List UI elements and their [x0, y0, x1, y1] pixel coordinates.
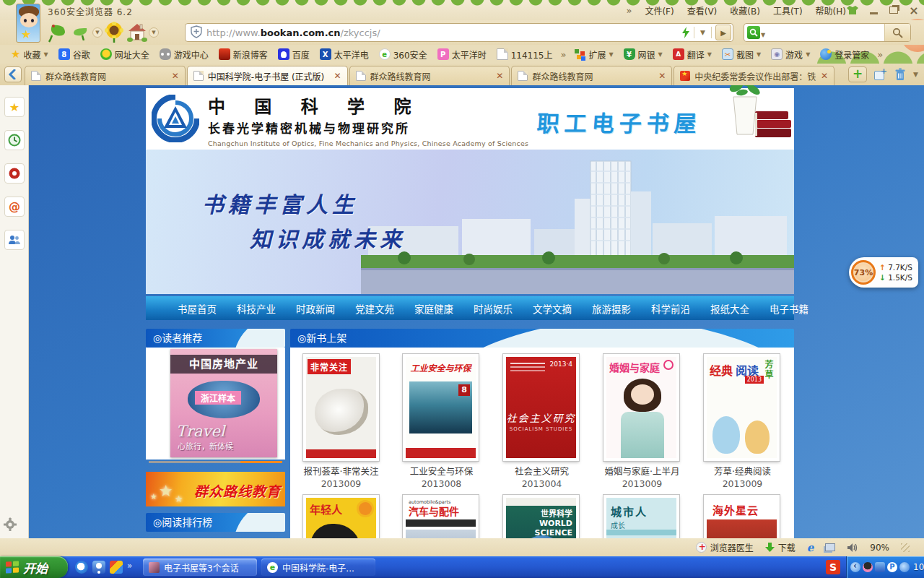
taskbar-button-chat-sessions[interactable]: 电子书屋等3个会话: [143, 558, 257, 576]
windows-stack-icon[interactable]: [825, 543, 835, 551]
tab-4[interactable]: 群众路线教育网 ✕: [511, 66, 672, 85]
favorites-overflow-icon[interactable]: »: [557, 49, 569, 60]
tab-close-icon[interactable]: ✕: [821, 71, 828, 81]
speaker-icon[interactable]: [847, 543, 858, 553]
tab-3[interactable]: 群众路线教育网 ✕: [349, 66, 510, 85]
back-button[interactable]: [46, 22, 68, 45]
user-avatar[interactable]: ★: [16, 4, 40, 43]
sidebar-settings-gear-icon[interactable]: [3, 517, 17, 534]
search-box[interactable]: ▼: [744, 23, 911, 42]
search-button[interactable]: [884, 24, 910, 41]
favorites-right-overflow-icon[interactable]: »: [874, 49, 886, 60]
games-button[interactable]: ◉游戏▼: [766, 47, 815, 62]
download-button[interactable]: 下载: [765, 541, 796, 553]
tab-1[interactable]: 群众路线教育网 ✕: [25, 66, 186, 85]
nav-health[interactable]: 家庭健康: [404, 301, 463, 316]
nav-ebooks[interactable]: 电子书籍: [759, 301, 819, 316]
refresh-button[interactable]: [104, 22, 124, 46]
magazine-label[interactable]: 工业安全与环保2013008: [391, 465, 492, 490]
history-dropdown-icon[interactable]: ▼: [92, 27, 103, 38]
magazine-cover-fangcao-jingdian[interactable]: 经典阅读芳草2013: [704, 354, 780, 461]
tray-p-icon[interactable]: P: [887, 562, 897, 572]
tab-close-icon[interactable]: ✕: [172, 71, 179, 81]
tab-list-button[interactable]: [4, 66, 22, 82]
tray-qq-icon[interactable]: [863, 562, 873, 572]
favorite-sinablog[interactable]: 新浪博客: [214, 47, 273, 62]
tab-close-icon[interactable]: ✕: [334, 71, 341, 81]
extensions-button[interactable]: 扩展▼: [569, 47, 618, 62]
search-engine-dropdown-icon[interactable]: ▼: [761, 32, 765, 38]
tab-close-icon[interactable]: ✕: [658, 71, 666, 81]
tray-clock[interactable]: 10:40: [913, 562, 924, 572]
home-dropdown-icon[interactable]: ▼: [149, 27, 159, 38]
forward-button[interactable]: [72, 26, 90, 43]
magazine-label[interactable]: 芳草·经典阅读2013009: [692, 465, 793, 490]
site-safety-shield-icon[interactable]: [191, 25, 202, 40]
memory-percent-badge[interactable]: 73%: [851, 260, 876, 285]
tab-close-icon[interactable]: ✕: [496, 71, 503, 81]
favorites-menu[interactable]: ★收藏▼: [6, 47, 53, 62]
sidebar-contacts-icon[interactable]: [4, 230, 25, 250]
quick-launch-icon-3[interactable]: [110, 561, 123, 574]
favorite-nav360[interactable]: 网址大全: [95, 47, 154, 62]
zoom-level[interactable]: 90%: [870, 543, 889, 553]
favorite-baidu[interactable]: 百度: [273, 47, 315, 62]
screenshot-button[interactable]: ✂截图▼: [717, 47, 766, 62]
new-tab-button[interactable]: +: [848, 66, 867, 82]
magazine-label[interactable]: 社会主义研究2013004: [491, 465, 593, 490]
nav-fashion[interactable]: 时尚娱乐: [463, 301, 523, 316]
nav-home[interactable]: 书屋首页: [167, 301, 227, 316]
sidebar-media-icon[interactable]: [4, 163, 25, 184]
url-dropdown-icon[interactable]: ▼: [698, 29, 707, 36]
nav-tech[interactable]: 科技产业: [227, 301, 286, 316]
quick-launch-overflow-icon[interactable]: »: [127, 561, 132, 571]
trash-icon[interactable]: [894, 68, 906, 81]
sidebar-favorites-icon[interactable]: ★: [4, 97, 25, 117]
restore-tab-button[interactable]: [874, 69, 887, 80]
quick-launch-icon-1[interactable]: [75, 561, 88, 574]
netbank-button[interactable]: ¥网银▼: [619, 47, 668, 62]
start-button[interactable]: 开始: [0, 556, 68, 578]
favorite-pconline[interactable]: X太平洋电: [315, 47, 374, 62]
browser-doctor-button[interactable]: 浏览器医生: [696, 541, 754, 553]
nav-news[interactable]: 时政新闻: [286, 301, 345, 316]
go-button[interactable]: ▶: [715, 25, 731, 40]
magazine-cover-shehuizhuyi-yanjiu[interactable]: 2013·4社会主义研究SOCIALISM STUDIES: [503, 354, 579, 461]
resize-grip[interactable]: [901, 543, 910, 552]
search-engine-icon[interactable]: [747, 26, 760, 39]
favorite-pctime[interactable]: P太平洋时: [432, 47, 492, 62]
magazine-label[interactable]: 报刊荟萃·非常关注2013009: [290, 465, 392, 490]
tab-5[interactable]: 中央纪委常委会议作出部署：铁 ✕: [674, 66, 834, 85]
ie-compat-icon[interactable]: e: [807, 541, 814, 554]
address-bar[interactable]: http://www.bookan.com.cn/zkyccjs/ ▼ ▶: [185, 23, 733, 42]
network-speed-widget[interactable]: 73% ↑ 7.7K/S ↓ 1.5K/S: [849, 257, 918, 288]
nav-science[interactable]: 科学前沿: [641, 301, 700, 316]
taskbar-button-browser[interactable]: e 中国科学院-电子...: [261, 558, 375, 576]
sogou-input-icon[interactable]: S: [826, 560, 840, 574]
search-input[interactable]: [767, 25, 884, 40]
favorite-gamecenter[interactable]: 游戏中心: [154, 47, 214, 62]
tab-controls-dropdown-icon[interactable]: ▼: [913, 71, 918, 78]
magazine-cover-feichangguanzhu[interactable]: 非常关注: [303, 354, 379, 461]
tray-face-icon[interactable]: [899, 562, 910, 572]
nav-literature[interactable]: 文学文摘: [523, 301, 582, 316]
nav-travel[interactable]: 旅游摄影: [582, 301, 641, 316]
magazine-label[interactable]: 婚姻与家庭·上半月2013009: [591, 465, 693, 490]
tab-2-active[interactable]: 中国科学院-电子书屋 (正式版) ✕: [187, 66, 348, 85]
nav-party[interactable]: 党建文苑: [345, 301, 404, 316]
url-text[interactable]: http://www.bookan.com.cn/zkyccjs/: [206, 27, 681, 38]
favorite-360safe[interactable]: e360安全: [374, 47, 432, 62]
tray-collapse-icon[interactable]: [850, 562, 860, 572]
login-manager-button[interactable]: 登录管家: [815, 47, 874, 62]
nav-newspapers[interactable]: 报纸大全: [700, 301, 759, 316]
favorite-google[interactable]: 8谷歌: [53, 47, 95, 62]
home-button[interactable]: [127, 23, 147, 44]
speed-lightning-icon[interactable]: [681, 27, 690, 38]
favorite-114115[interactable]: 114115上: [492, 47, 558, 62]
reader-pick-cover[interactable]: 中国房地产业 浙江样本 Travel 心旅行，新体候: [170, 349, 277, 457]
magazine-cover-gongye-anquan[interactable]: 工业安全与环保8: [403, 354, 479, 461]
translate-button[interactable]: A翻译▼: [668, 47, 717, 62]
mass-line-education-banner[interactable]: ★ ★ ★ 群众路线教育: [146, 472, 285, 506]
magazine-cover-hunyin-jiating[interactable]: 婚姻与家庭: [603, 354, 679, 461]
sidebar-history-clock-icon[interactable]: [4, 130, 25, 150]
